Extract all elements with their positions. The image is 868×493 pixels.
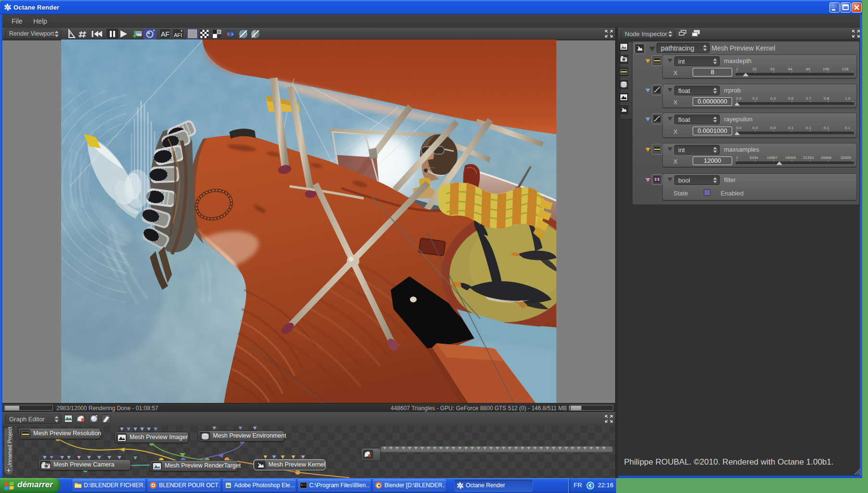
svg-text:43: 43 xyxy=(770,67,775,71)
svg-text:106: 106 xyxy=(823,67,829,71)
svg-text:AFI: AFI xyxy=(174,32,182,38)
svg-text:0.2: 0.2 xyxy=(752,96,758,101)
svg-text:AF: AF xyxy=(161,30,170,38)
svg-text:0.1: 0.1 xyxy=(788,126,794,130)
svg-text:0.8: 0.8 xyxy=(824,96,829,101)
svg-text:0.5: 0.5 xyxy=(788,96,794,101)
svg-text:0.0: 0.0 xyxy=(736,96,742,101)
svg-text:21333: 21333 xyxy=(803,156,814,160)
svg-text:0.1: 0.1 xyxy=(845,126,851,130)
svg-text:1: 1 xyxy=(736,156,738,160)
svg-text:85: 85 xyxy=(806,67,810,71)
svg-text:0.1: 0.1 xyxy=(806,126,812,130)
svg-text:0.0: 0.0 xyxy=(752,126,758,130)
svg-text:64: 64 xyxy=(788,67,792,71)
svg-text:5334: 5334 xyxy=(750,156,758,160)
svg-text:1.0: 1.0 xyxy=(845,96,851,101)
svg-text:1: 1 xyxy=(736,67,738,71)
svg-text:22: 22 xyxy=(752,67,757,71)
svg-text:C:\: C:\ xyxy=(301,483,306,487)
svg-text:0.1: 0.1 xyxy=(824,126,829,130)
svg-text:128: 128 xyxy=(842,67,849,71)
svg-text:16000: 16000 xyxy=(785,156,796,160)
svg-text:32000: 32000 xyxy=(841,156,852,160)
svg-text:0.7: 0.7 xyxy=(806,96,812,101)
svg-text:0.0: 0.0 xyxy=(736,126,742,130)
svg-text:0.0: 0.0 xyxy=(770,126,776,130)
svg-text:26666: 26666 xyxy=(821,156,832,160)
svg-text:10667: 10667 xyxy=(767,156,778,160)
svg-text:0.3: 0.3 xyxy=(770,96,776,101)
